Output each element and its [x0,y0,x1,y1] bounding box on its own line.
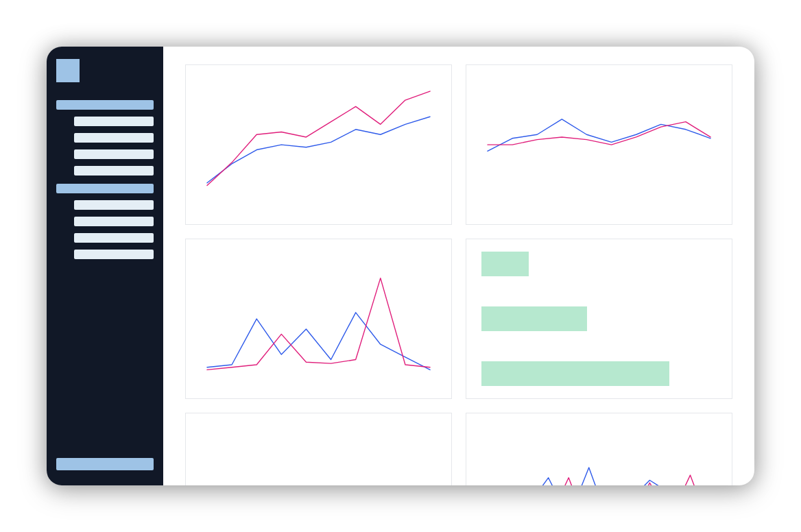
chart-panel-3 [185,239,452,399]
chart-panel-6 [466,413,732,485]
nav-item[interactable] [74,233,154,243]
bar-chart-icon [481,252,717,386]
nav-item[interactable] [74,133,154,143]
bar-segment [481,306,587,331]
app-logo-icon [56,59,80,82]
line-chart-icon [186,413,451,485]
bar-segment [481,361,669,386]
dashboard-grid [163,47,754,485]
nav-item[interactable] [74,250,154,259]
nav-item[interactable] [74,217,154,226]
nav-item[interactable] [74,200,154,210]
bar-segment [481,252,529,276]
chart-panel-2 [466,64,732,225]
nav-item[interactable] [74,117,154,126]
line-chart-icon [466,65,732,224]
line-chart-icon [186,239,451,398]
line-chart-icon [466,413,732,485]
chart-panel-5 [185,413,452,485]
nav-section-header-1 [56,100,154,110]
chart-panel-1 [185,64,452,225]
nav-section-header-2 [56,184,154,193]
sidebar [47,47,163,485]
sidebar-footer-item[interactable] [56,458,154,470]
nav-item[interactable] [74,166,154,176]
chart-panel-4 [466,239,732,399]
line-chart-icon [186,65,451,224]
app-window [47,47,754,485]
sidebar-nav [56,92,154,458]
nav-item[interactable] [74,149,154,159]
